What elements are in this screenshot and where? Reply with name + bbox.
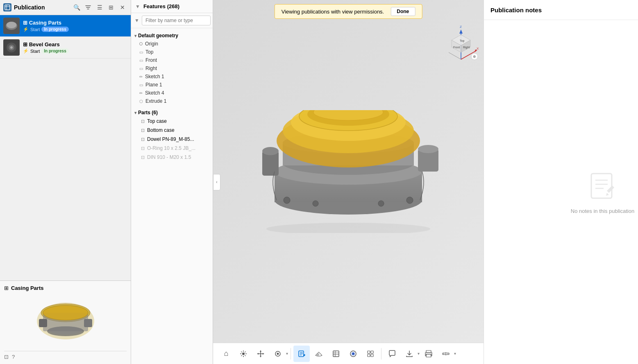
preview-icon: ⊞: [4, 285, 9, 291]
svg-rect-15: [84, 319, 92, 327]
svg-point-35: [418, 145, 438, 153]
tree-item-right[interactable]: ▭ Right: [131, 64, 213, 72]
tree-item-origin[interactable]: Origin: [131, 40, 213, 48]
notes-empty-text: No notes in this publication: [571, 208, 634, 214]
svg-point-33: [262, 147, 279, 155]
svg-point-36: [284, 197, 290, 203]
sketch1-icon: ✏: [139, 75, 143, 79]
filter-input-wrap: ▼: [131, 13, 213, 28]
bottom-case-icon: ⊡: [141, 128, 145, 133]
search-button[interactable]: 🔍: [72, 2, 82, 12]
origin-icon: [139, 42, 143, 45]
svg-rect-83: [426, 354, 431, 357]
viewport[interactable]: Z X Top Front Right: [213, 0, 484, 343]
filter-input[interactable]: [142, 16, 211, 25]
notes-panel: Publication notes × No notes in this pub…: [484, 0, 638, 364]
svg-rect-82: [426, 350, 431, 353]
preview-footer-icons: ⊡ ?: [4, 354, 15, 360]
comment-button[interactable]: [384, 346, 400, 362]
print-button[interactable]: [420, 346, 437, 362]
svg-line-41: [449, 52, 461, 59]
tree-item-plane1[interactable]: ▭ Plane 1: [131, 81, 213, 89]
move-rotate-button[interactable]: [235, 346, 252, 362]
list-view-button[interactable]: ☰: [95, 2, 104, 12]
tree-item-front[interactable]: ▭ Front: [131, 56, 213, 64]
measure-dropdown[interactable]: ▾: [438, 346, 456, 362]
select-button[interactable]: [270, 346, 286, 362]
tree-item-right-label: Right: [145, 66, 157, 71]
front-plane-icon: ▭: [139, 58, 143, 63]
tree-section-default-geometry: ▾ Default geometry Origin ▭ Top ▭ Front …: [131, 30, 213, 107]
svg-point-17: [48, 326, 83, 335]
tree-item-plane1-label: Plane 1: [145, 82, 162, 88]
svg-point-13: [43, 305, 88, 320]
publication-list: ⊞ Casing Parts ⚡ Start In progress: [0, 15, 131, 59]
tree-section-header-parts[interactable]: ▾ Parts (6): [131, 109, 213, 117]
features-filter-icon: ▼: [135, 4, 140, 9]
download-button[interactable]: [401, 346, 418, 362]
features-title: Features (268): [143, 3, 179, 9]
close-sidebar-button[interactable]: ✕: [118, 2, 127, 12]
measure-button[interactable]: [438, 346, 454, 362]
notes-edit-button[interactable]: [293, 346, 310, 362]
svg-point-70: [317, 353, 319, 356]
banner-text: Viewing publications with view permissio…: [282, 9, 384, 15]
tree-part-oring[interactable]: ⊡ O-Ring 10 x 2.5 JB_...: [131, 144, 213, 153]
tree-part-bottom-case[interactable]: ⊡ Bottom case: [131, 126, 213, 135]
tree-item-front-label: Front: [145, 57, 157, 63]
svg-point-9: [10, 46, 13, 49]
tree-item-top[interactable]: ▭ Top: [131, 48, 213, 56]
left-sidebar: Publication 🔍 ☰ ⊞ ✕: [0, 0, 131, 364]
3d-model-view: [213, 110, 484, 233]
explode-button[interactable]: [362, 346, 379, 362]
preview-panel: ⊞ Casing Parts ⊡ ?: [0, 280, 131, 364]
tree-part-din910[interactable]: ⊡ DIN 910 - M20 x 1.5: [131, 153, 213, 162]
grid-view-button[interactable]: ⊞: [106, 2, 116, 12]
svg-marker-62: [257, 353, 259, 355]
pub-icon-bevel: ⊞: [23, 41, 29, 47]
features-panel: ▼ Features (268) ▼ ▾ Default geometry Or…: [131, 0, 213, 364]
features-header: ▼ Features (268): [131, 0, 213, 13]
toolbar-divider-1: [291, 348, 291, 359]
tree-item-sketch1[interactable]: ✏ Sketch 1: [131, 72, 213, 81]
filter-button[interactable]: [83, 2, 93, 12]
preview-help-icon[interactable]: ?: [12, 354, 15, 360]
bottom-case-label: Bottom case: [147, 127, 175, 133]
appearance-button[interactable]: [345, 346, 361, 362]
svg-rect-80: [368, 354, 370, 357]
app-logo: [3, 3, 11, 11]
tree-part-dowel[interactable]: ⊡ Dowel PN-89_M-85...: [131, 135, 213, 144]
download-dropdown[interactable]: ▾: [401, 346, 420, 362]
notes-title: Publication notes: [490, 7, 542, 14]
svg-marker-44: [459, 29, 463, 34]
svg-rect-0: [5, 5, 10, 10]
material-button[interactable]: [311, 346, 327, 362]
select-chevron-icon[interactable]: ▾: [286, 351, 288, 356]
tree-part-top-case[interactable]: ⊡ Top case: [131, 117, 213, 126]
publication-item-bevel-gears[interactable]: ⊞ Bevel Gears ⚡ Start In progress: [0, 37, 131, 59]
sidebar-spacer: [0, 59, 131, 280]
nav-cube[interactable]: Z X Top Front Right: [443, 20, 479, 67]
bom-button[interactable]: [328, 346, 344, 362]
svg-rect-78: [368, 351, 370, 353]
select-dropdown[interactable]: ▾: [270, 346, 288, 362]
download-chevron-icon[interactable]: ▾: [418, 351, 420, 356]
tree-item-sketch4[interactable]: ✏ Sketch 4: [131, 89, 213, 97]
collapse-handle[interactable]: ‹: [213, 174, 220, 190]
done-button[interactable]: Done: [391, 7, 415, 16]
chevron-default-geometry: ▾: [134, 34, 136, 38]
preview-share-icon[interactable]: ⊡: [4, 354, 9, 360]
svg-point-37: [406, 197, 413, 203]
top-case-label: Top case: [147, 118, 167, 124]
translate-button[interactable]: [252, 346, 269, 362]
tree-item-extrude1[interactable]: ⬡ Extrude 1: [131, 97, 213, 105]
publication-item-casing-parts[interactable]: ⊞ Casing Parts ⚡ Start In progress: [0, 15, 131, 37]
home-button[interactable]: ⌂: [218, 346, 234, 362]
tree-item-top-label: Top: [145, 49, 153, 55]
tree-section-header-default-geometry[interactable]: ▾ Default geometry: [131, 32, 213, 40]
pub-info-casing-parts: ⊞ Casing Parts ⚡ Start In progress: [23, 20, 127, 32]
toolbar-divider-2: [381, 348, 381, 359]
svg-point-77: [352, 353, 354, 355]
measure-chevron-icon[interactable]: ▾: [454, 351, 456, 356]
pub-name-bevel-gears: ⊞ Bevel Gears: [23, 41, 127, 47]
